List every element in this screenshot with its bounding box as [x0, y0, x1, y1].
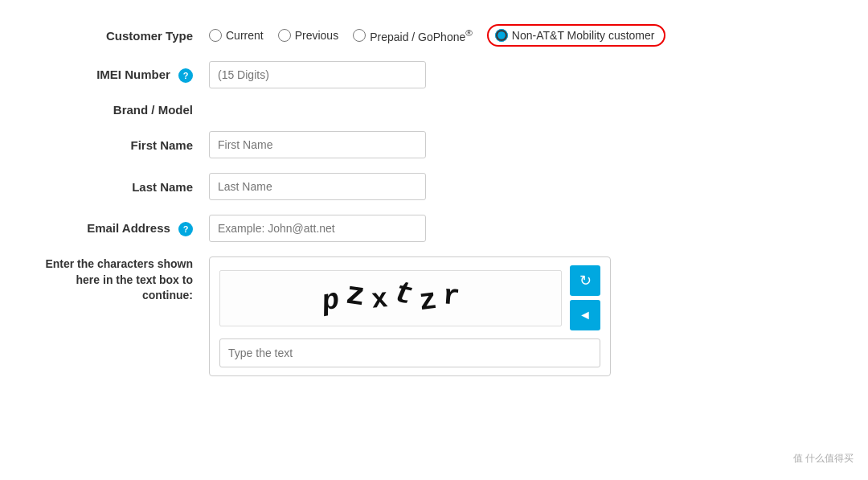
radio-prepaid-label: Prepaid / GoPhone® — [370, 27, 473, 43]
first-name-row: First Name — [32, 131, 836, 158]
brand-model-label: Brand / Model — [32, 103, 209, 117]
radio-nonattt-label: Non-AT&T Mobility customer — [512, 29, 655, 42]
captcha-row: Enter the characters shown here in the t… — [32, 256, 836, 376]
radio-current[interactable]: Current — [209, 29, 264, 42]
captcha-char-2: z — [343, 277, 367, 315]
captcha-input[interactable] — [219, 338, 600, 367]
captcha-char-3: x — [370, 284, 389, 316]
radio-previous-label: Previous — [295, 29, 338, 42]
radio-prepaid-input[interactable] — [353, 29, 366, 42]
captcha-char-1: p — [319, 283, 342, 318]
captcha-container: p z x t z r ↻ ◄ — [209, 256, 611, 376]
last-name-input[interactable] — [209, 173, 426, 200]
captcha-image-area: p z x t z r ↻ ◄ — [219, 265, 600, 330]
email-input[interactable] — [209, 215, 426, 242]
radio-nonattt[interactable]: Non-AT&T Mobility customer — [487, 24, 666, 47]
email-label: Email Address ? — [32, 221, 209, 236]
captcha-refresh-button[interactable]: ↻ — [570, 265, 600, 296]
captcha-label: Enter the characters shown here in the t… — [32, 256, 209, 304]
audio-icon: ◄ — [579, 308, 592, 322]
imei-label: IMEI Number ? — [32, 68, 209, 83]
refresh-icon: ↻ — [579, 272, 592, 289]
imei-row: IMEI Number ? — [32, 61, 836, 88]
imei-content — [209, 61, 836, 88]
last-name-content — [209, 173, 836, 200]
page-container: Customer Type Current Previous Prepaid /… — [0, 0, 868, 480]
customer-type-radio-group: Current Previous Prepaid / GoPhone® Non-… — [209, 24, 665, 47]
customer-type-row: Customer Type Current Previous Prepaid /… — [32, 24, 836, 47]
customer-type-content: Current Previous Prepaid / GoPhone® Non-… — [209, 24, 836, 47]
radio-prepaid[interactable]: Prepaid / GoPhone® — [353, 27, 473, 43]
first-name-label: First Name — [32, 138, 209, 152]
captcha-content: p z x t z r ↻ ◄ — [209, 256, 836, 376]
email-help-icon[interactable]: ? — [178, 222, 193, 236]
brand-model-row: Brand / Model — [32, 103, 836, 117]
captcha-buttons: ↻ ◄ — [570, 265, 600, 330]
first-name-input[interactable] — [209, 131, 426, 158]
captcha-char-6: r — [442, 280, 461, 313]
radio-previous-input[interactable] — [278, 29, 291, 42]
captcha-char-4: t — [391, 275, 416, 313]
radio-nonattt-input[interactable] — [495, 29, 508, 42]
radio-previous[interactable]: Previous — [278, 29, 338, 42]
captcha-char-5: z — [417, 282, 439, 318]
captcha-audio-button[interactable]: ◄ — [570, 300, 600, 330]
radio-current-label: Current — [226, 29, 264, 42]
watermark-text: 值 什么值得买 — [793, 452, 854, 466]
email-row: Email Address ? — [32, 215, 836, 242]
customer-type-label: Customer Type — [32, 29, 209, 43]
radio-current-input[interactable] — [209, 29, 222, 42]
imei-input[interactable] — [209, 61, 426, 88]
watermark: 值 什么值得买 — [793, 452, 854, 466]
email-content — [209, 215, 836, 242]
captcha-image: p z x t z r — [219, 270, 562, 326]
first-name-content — [209, 131, 836, 158]
last-name-row: Last Name — [32, 173, 836, 200]
imei-help-icon[interactable]: ? — [178, 68, 193, 83]
last-name-label: Last Name — [32, 180, 209, 194]
